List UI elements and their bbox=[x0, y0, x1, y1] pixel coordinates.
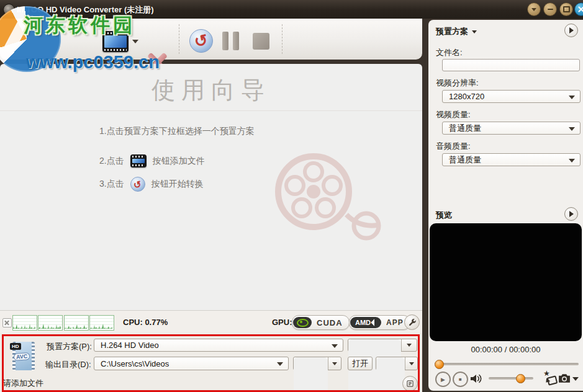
pause-icon bbox=[222, 32, 228, 50]
amd-arrow-icon bbox=[371, 319, 377, 326]
add-files-hint: 请添加文件 bbox=[3, 378, 43, 389]
browse-split-button: 浏览(B)... bbox=[293, 357, 341, 370]
add-file-button[interactable] bbox=[102, 31, 129, 52]
volume-slider[interactable] bbox=[489, 377, 533, 380]
tray-button[interactable] bbox=[527, 2, 541, 16]
open-button[interactable]: 打开 bbox=[348, 357, 373, 370]
cpu-graph bbox=[89, 315, 114, 331]
cpu-usage-text: CPU: 0.77% bbox=[123, 318, 168, 327]
play-icon: ▶ bbox=[441, 376, 445, 383]
pause-button[interactable] bbox=[222, 32, 239, 50]
audio-quality-label: 音频质量: bbox=[436, 141, 471, 152]
status-bar: CPU: 0.77% GPU: CUDA AMD APP bbox=[0, 310, 422, 334]
browse-dropdown[interactable] bbox=[328, 357, 341, 370]
divider-line bbox=[0, 110, 422, 111]
preset-panel-header[interactable]: 预置方案 bbox=[436, 26, 477, 37]
preview-header-label: 预览 bbox=[436, 210, 452, 221]
file-info-button[interactable] bbox=[402, 376, 418, 391]
step2-prefix: 2.点击 bbox=[99, 156, 124, 167]
close-icon bbox=[578, 6, 583, 12]
browse-button[interactable]: 浏览(B)... bbox=[294, 357, 328, 392]
minimize-icon bbox=[548, 9, 553, 10]
hd-badge: HD bbox=[10, 343, 21, 350]
hide-graphs-button[interactable] bbox=[2, 318, 12, 327]
chevron-down-icon bbox=[569, 159, 575, 163]
convert-icon: ↺ bbox=[193, 32, 210, 50]
frame-icon bbox=[547, 375, 558, 385]
preset-value: H.264 HD Video bbox=[101, 341, 159, 350]
nvidia-eye-icon bbox=[293, 317, 312, 328]
preview-play-button[interactable]: ▶ bbox=[435, 372, 451, 387]
audio-quality-select[interactable]: 普通质量 bbox=[442, 153, 581, 166]
video-quality-select[interactable]: 普通质量 bbox=[442, 122, 581, 135]
wizard-step-1: 1.点击预置方案下拉框选择一个预置方案 bbox=[99, 126, 255, 137]
file-name-input[interactable] bbox=[442, 59, 580, 71]
start-convert-button[interactable]: ↺ bbox=[189, 29, 213, 53]
chevron-down-icon bbox=[569, 127, 575, 131]
file-name-label: 文件名: bbox=[436, 47, 463, 58]
toolbar-divider bbox=[179, 24, 179, 54]
profile-format-icon: HD AVC bbox=[12, 342, 35, 370]
preview-expand-button[interactable] bbox=[564, 207, 578, 221]
save-as-split-button: 另存为... bbox=[348, 339, 417, 352]
app-icon bbox=[3, 4, 15, 16]
save-as-dropdown[interactable] bbox=[401, 339, 417, 351]
seek-slider[interactable] bbox=[435, 363, 579, 365]
volume-icon[interactable] bbox=[469, 373, 484, 385]
window-title: ImTOO HD Video Converter (未注册) bbox=[17, 4, 154, 16]
amd-logo: AMD bbox=[350, 317, 381, 328]
cuda-badge[interactable]: CUDA bbox=[292, 315, 350, 330]
close-button[interactable] bbox=[574, 2, 583, 16]
volume-slider-handle[interactable] bbox=[516, 374, 525, 383]
gpu-label: GPU: bbox=[272, 318, 292, 327]
transfer-device-split-button: » bbox=[376, 357, 418, 370]
output-settings-panel: HD AVC 预置方案(P): H.264 HD Video 另存为... 输出… bbox=[0, 333, 422, 392]
step3-suffix: 按钮开始转换 bbox=[151, 179, 204, 190]
resolution-select[interactable]: 1280x720 bbox=[442, 90, 581, 103]
wizard-step-3: 3.点击 ↺ 按钮开始转换 bbox=[99, 177, 204, 192]
audio-quality-value: 普通质量 bbox=[449, 154, 481, 166]
video-quality-value: 普通质量 bbox=[449, 123, 481, 134]
preview-stop-button[interactable]: ■ bbox=[453, 372, 468, 387]
output-dir-combobox[interactable]: C:\Users\cs\Videos bbox=[94, 357, 289, 370]
preset-combobox[interactable]: H.264 HD Video bbox=[94, 339, 343, 352]
add-file-dropdown-arrow[interactable] bbox=[132, 40, 138, 43]
chevron-down-icon bbox=[332, 344, 338, 348]
step2-suffix: 按钮添加文件 bbox=[153, 156, 205, 167]
preset-label: 预置方案(P): bbox=[47, 341, 92, 352]
snapshot-button[interactable] bbox=[558, 373, 571, 383]
wrench-icon bbox=[408, 318, 417, 327]
film-icon bbox=[104, 35, 127, 48]
maximize-button[interactable] bbox=[559, 2, 573, 16]
chevron-down-icon bbox=[277, 362, 283, 366]
convert-icon: ↺ bbox=[130, 177, 145, 192]
toolbar: ↺ bbox=[0, 19, 422, 60]
chevron-down-icon bbox=[472, 30, 477, 33]
snapshot-dropdown-arrow[interactable] bbox=[572, 377, 579, 381]
list-info-icon bbox=[406, 380, 414, 388]
cuda-label: CUDA bbox=[312, 318, 349, 327]
minimize-button[interactable] bbox=[543, 2, 557, 16]
transfer-device-dropdown[interactable] bbox=[405, 357, 417, 370]
seek-slider-handle[interactable] bbox=[435, 360, 444, 369]
step3-prefix: 3.点击 bbox=[99, 179, 124, 190]
avc-badge: AVC bbox=[14, 352, 30, 361]
amd-app-badge[interactable]: AMD APP bbox=[349, 315, 410, 330]
video-quality-label: 视频质量: bbox=[436, 109, 471, 120]
stop-icon: ■ bbox=[459, 376, 462, 382]
video-preview-screen bbox=[430, 223, 582, 341]
wizard-title: 使用向导 bbox=[0, 74, 422, 106]
transfer-device-button[interactable]: » bbox=[376, 357, 405, 392]
pause-icon bbox=[233, 32, 239, 50]
maximize-icon bbox=[563, 6, 570, 12]
preset-panel-expand-button[interactable] bbox=[564, 24, 578, 37]
cpu-graph bbox=[38, 315, 63, 331]
effects-compare-button[interactable]: ★ bbox=[544, 373, 558, 385]
stop-convert-button[interactable] bbox=[253, 33, 269, 50]
chevron-down-icon bbox=[569, 96, 575, 99]
film-reel-watermark bbox=[261, 143, 385, 246]
settings-button[interactable] bbox=[404, 314, 420, 330]
wizard-step-2: 2.点击 按钮添加文件 bbox=[99, 154, 205, 167]
resolution-value: 1280x720 bbox=[449, 92, 484, 101]
cpu-graph bbox=[12, 315, 37, 331]
